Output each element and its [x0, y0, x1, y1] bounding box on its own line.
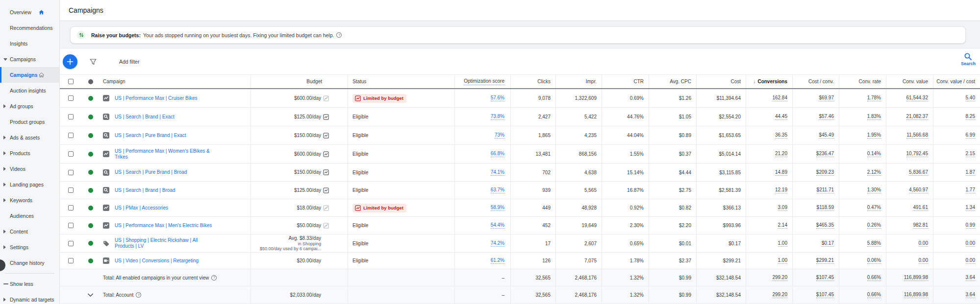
select-all-checkbox[interactable]: [68, 79, 74, 84]
sidebar-item-audiences[interactable]: Audiences: [0, 208, 59, 224]
optimization-score-link[interactable]: 74.1%: [491, 169, 504, 176]
optimization-score-link[interactable]: 54.4%: [491, 222, 504, 229]
optimization-score-link[interactable]: 73.8%: [491, 114, 504, 120]
campaign-link[interactable]: US | Search | Brand | Exact: [115, 114, 175, 120]
sidebar-item-products[interactable]: Products: [0, 145, 59, 161]
row-checkbox[interactable]: [68, 114, 74, 119]
sidebar-item-show-less[interactable]: Show less: [0, 276, 59, 292]
column-header-ctr[interactable]: CTR: [602, 75, 649, 88]
enabled-status-dot[interactable]: [88, 223, 93, 228]
sidebar-item-videos[interactable]: Videos: [0, 161, 59, 177]
budget-value[interactable]: Avg. $8.33/dayin Shopping$50.00/day used…: [260, 235, 321, 251]
column-header-clicks[interactable]: Clicks: [510, 75, 555, 88]
status-filter-dot[interactable]: [88, 79, 93, 84]
shared-budget-chart-icon[interactable]: [323, 114, 329, 120]
campaign-link[interactable]: US | Performance Max | Cruiser Bikes: [115, 95, 198, 101]
sidebar-item-dynamic-ad-targets[interactable]: Dynamic ad targets: [0, 292, 59, 304]
row-checkbox[interactable]: [68, 241, 74, 246]
enabled-status-dot[interactable]: [88, 133, 93, 138]
campaign-link[interactable]: US | Video | Conversions | Retargeting: [115, 258, 199, 264]
budget-value[interactable]: $125.00/day: [294, 114, 321, 120]
campaign-link[interactable]: US | Search | Pure Brand | Broad: [115, 169, 187, 175]
sidebar-item-product-groups[interactable]: Product groups: [0, 114, 59, 130]
campaign-link[interactable]: US | Performance Max | Women's EBikes &T…: [115, 148, 210, 160]
optimization-score-link[interactable]: 73%: [495, 132, 504, 139]
sidebar-item-recommendations[interactable]: Recommendations: [0, 20, 59, 36]
campaign-link[interactable]: US | Shopping | Electric Rickshaw | AllP…: [115, 237, 198, 249]
enabled-status-dot[interactable]: [88, 241, 93, 246]
sidebar-item-campaigns[interactable]: Campaigns: [0, 67, 59, 83]
column-header-impr[interactable]: Impr.: [555, 75, 602, 88]
filter-icon[interactable]: [90, 59, 97, 65]
sidebar-item-keywords[interactable]: Keywords: [0, 192, 59, 208]
enabled-status-dot[interactable]: [88, 115, 93, 119]
column-header-avg-cpc[interactable]: Avg. CPC: [649, 75, 696, 88]
enabled-status-dot[interactable]: [88, 206, 93, 210]
row-checkbox[interactable]: [68, 133, 74, 138]
column-header-conv-value-cost[interactable]: Conv. value / cost: [933, 75, 980, 88]
sidebar-item-content[interactable]: Content: [0, 224, 59, 239]
column-header-conv-rate[interactable]: Conv. rate: [839, 75, 886, 88]
optimization-score-link[interactable]: 63.7%: [491, 187, 504, 193]
column-header-campaign[interactable]: Campaign: [99, 75, 251, 88]
campaign-link[interactable]: US | Search | Brand | Broad: [115, 187, 175, 193]
budget-value[interactable]: $50.00/day: [297, 223, 322, 229]
add-campaign-button[interactable]: [63, 54, 77, 69]
column-header-optimization-score[interactable]: Optimization score: [454, 75, 510, 88]
column-header-status[interactable]: Status: [348, 75, 454, 88]
row-checkbox[interactable]: [68, 223, 74, 228]
sidebar-item-campaigns[interactable]: Campaigns: [0, 51, 59, 67]
shared-budget-chart-icon[interactable]: [323, 151, 329, 157]
sidebar-item-overview[interactable]: Overview: [0, 4, 59, 20]
sidebar-item-change-history[interactable]: Change history: [0, 255, 59, 271]
row-checkbox[interactable]: [68, 95, 74, 101]
help-icon[interactable]: ?: [136, 292, 141, 298]
budget-value[interactable]: $20.00/day: [297, 258, 322, 264]
row-checkbox[interactable]: [68, 205, 74, 210]
limited-by-budget-chip[interactable]: Limited by budget: [352, 204, 406, 212]
optimization-score-link[interactable]: 74.2%: [491, 240, 504, 247]
column-header-conversions[interactable]: ↓Conversions: [746, 75, 792, 88]
row-checkbox[interactable]: [68, 258, 74, 263]
sidebar-item-insights[interactable]: Insights: [0, 36, 59, 51]
row-checkbox[interactable]: [68, 151, 74, 157]
budget-value[interactable]: $600.00/day: [294, 151, 321, 157]
sidebar-item-landing-pages[interactable]: Landing pages: [0, 177, 59, 192]
enabled-status-dot[interactable]: [88, 152, 93, 157]
enabled-status-dot[interactable]: [88, 258, 93, 263]
help-icon[interactable]: ?: [336, 32, 342, 38]
budget-value[interactable]: $150.00/day: [294, 133, 321, 139]
sidebar-item-ads-assets[interactable]: Ads & assets: [0, 130, 59, 145]
budget-value[interactable]: $125.00/day: [294, 187, 321, 193]
row-checkbox[interactable]: [68, 170, 74, 175]
enabled-status-dot[interactable]: [88, 170, 93, 175]
optimization-score-link[interactable]: 58.9%: [491, 205, 504, 211]
enabled-status-dot[interactable]: [88, 188, 93, 193]
budget-value[interactable]: $150.00/day: [294, 169, 321, 175]
shared-budget-chart-icon[interactable]: [323, 133, 329, 139]
column-header-budget[interactable]: Budget: [251, 75, 348, 88]
chevron-down-icon[interactable]: [87, 293, 94, 297]
campaign-link[interactable]: US | PMax | Accessories: [115, 205, 168, 211]
column-header-cost[interactable]: Cost: [696, 75, 746, 88]
search-button[interactable]: Search: [961, 52, 976, 66]
campaign-link[interactable]: US | Search | Pure Brand | Exact: [115, 133, 186, 139]
add-filter-button[interactable]: Add filter: [119, 59, 139, 65]
sidebar-item-ad-groups[interactable]: Ad groups: [0, 98, 59, 114]
help-icon[interactable]: ?: [211, 275, 217, 281]
column-header-cost-conv[interactable]: Cost / conv.: [792, 75, 839, 88]
campaign-link[interactable]: US | Performance Max | Men's Electric Bi…: [115, 223, 212, 229]
column-header-conv-value[interactable]: Conv. value: [886, 75, 933, 88]
budget-value[interactable]: $18.00/day: [297, 205, 322, 211]
sidebar-item-auction-insights[interactable]: Auction insights: [0, 83, 59, 98]
optimization-score-link[interactable]: 66.8%: [491, 151, 504, 157]
shared-budget-chart-icon[interactable]: [323, 187, 329, 193]
shared-budget-chart-icon[interactable]: [323, 169, 329, 175]
row-checkbox[interactable]: [68, 187, 74, 193]
optimization-score-link[interactable]: 61.2%: [491, 257, 504, 264]
optimization-score-link[interactable]: 57.6%: [491, 95, 504, 101]
enabled-status-dot[interactable]: [88, 96, 93, 101]
limited-by-budget-chip[interactable]: Limited by budget: [352, 94, 406, 103]
sidebar-item-settings[interactable]: Settings: [0, 239, 59, 255]
budget-value[interactable]: $600.00/day: [294, 95, 321, 101]
